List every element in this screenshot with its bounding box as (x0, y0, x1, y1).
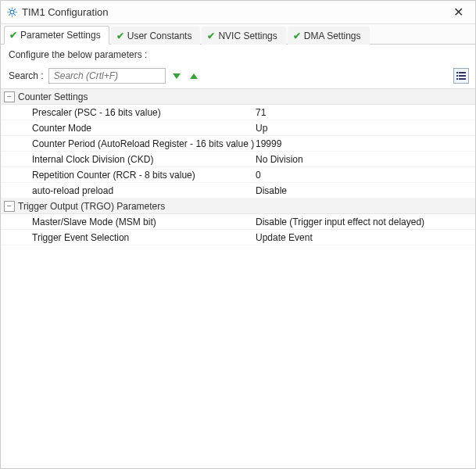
config-window: TIM1 Configuration ✕ ✔Parameter Settings… (0, 0, 476, 469)
group-header: −Trigger Output (TRGO) Parameters (1, 199, 475, 214)
tab-parameter-settings[interactable]: ✔Parameter Settings (4, 26, 109, 45)
property-label: Internal Clock Division (CKD) (1, 154, 256, 165)
property-grid: −Counter SettingsPrescaler (PSC - 16 bit… (1, 88, 475, 468)
property-value[interactable]: Disable (256, 185, 475, 196)
property-row[interactable]: Internal Clock Division (CKD)No Division (1, 152, 475, 167)
property-label: Master/Slave Mode (MSM bit) (1, 217, 256, 227)
property-value[interactable]: Update Event (256, 232, 475, 243)
property-row[interactable]: auto-reload preloadDisable (1, 183, 475, 199)
search-next-button[interactable] (170, 70, 183, 82)
svg-rect-10 (459, 72, 466, 73)
property-label: Repetition Counter (RCR - 8 bits value) (1, 170, 256, 181)
search-prev-button[interactable] (188, 70, 200, 82)
property-value[interactable]: 0 (256, 170, 475, 181)
tab-bar: ✔Parameter Settings✔User Constants✔NVIC … (1, 24, 475, 45)
property-row[interactable]: Master/Slave Mode (MSM bit)Disable (Trig… (1, 214, 475, 230)
gear-icon (7, 7, 17, 17)
svg-rect-12 (459, 75, 466, 77)
tab-label: DMA Settings (304, 30, 361, 41)
property-label: auto-reload preload (1, 185, 256, 196)
group-header: −Counter Settings (1, 89, 475, 105)
property-value[interactable]: No Division (256, 154, 475, 165)
property-row[interactable]: Counter Period (AutoReload Register - 16… (1, 136, 475, 152)
arrow-down-icon (173, 73, 181, 79)
titlebar: TIM1 Configuration ✕ (1, 1, 475, 24)
svg-rect-9 (456, 72, 458, 73)
window-title: TIM1 Configuration (22, 6, 447, 18)
check-icon: ✔ (207, 31, 215, 41)
search-row: Search : (1, 66, 475, 88)
search-input[interactable] (48, 68, 166, 84)
property-row[interactable]: Trigger Event SelectionUpdate Event (1, 230, 475, 245)
collapse-icon[interactable]: − (4, 201, 15, 212)
property-value[interactable]: 71 (256, 107, 475, 118)
property-value[interactable]: 19999 (256, 138, 475, 149)
collapse-icon[interactable]: − (4, 91, 15, 102)
tab-label: NVIC Settings (218, 30, 277, 41)
svg-point-0 (10, 10, 14, 14)
config-subheader: Configure the below parameters : (1, 45, 475, 66)
tab-label: User Constants (127, 30, 192, 41)
close-button[interactable]: ✕ (447, 5, 469, 20)
property-label: Prescaler (PSC - 16 bits value) (1, 107, 256, 118)
check-icon: ✔ (293, 31, 301, 41)
property-label: Counter Mode (1, 123, 256, 134)
svg-rect-13 (456, 78, 458, 80)
check-icon: ✔ (9, 30, 17, 40)
svg-line-6 (14, 14, 15, 15)
arrow-up-icon (190, 73, 198, 79)
group-name: Counter Settings (18, 91, 88, 102)
tab-user-constants[interactable]: ✔User Constants (111, 27, 201, 45)
property-value[interactable]: Disable (Trigger input effect not delaye… (256, 217, 475, 227)
check-icon: ✔ (116, 31, 124, 41)
property-label: Counter Period (AutoReload Register - 16… (1, 138, 256, 149)
tab-nvic-settings[interactable]: ✔NVIC Settings (202, 27, 285, 45)
svg-line-8 (9, 14, 9, 15)
property-row[interactable]: Repetition Counter (RCR - 8 bits value)0 (1, 167, 475, 183)
svg-line-5 (9, 9, 9, 9)
property-label: Trigger Event Selection (1, 232, 256, 243)
list-view-button[interactable] (453, 68, 469, 84)
tab-dma-settings[interactable]: ✔DMA Settings (288, 27, 370, 45)
search-label: Search : (9, 70, 44, 81)
property-row[interactable]: Prescaler (PSC - 16 bits value)71 (1, 105, 475, 120)
group-name: Trigger Output (TRGO) Parameters (18, 201, 165, 212)
tab-label: Parameter Settings (20, 30, 101, 41)
property-value[interactable]: Up (256, 123, 475, 134)
svg-rect-14 (459, 78, 466, 80)
property-row[interactable]: Counter ModeUp (1, 120, 475, 136)
svg-line-7 (14, 9, 15, 9)
svg-rect-11 (456, 75, 458, 77)
